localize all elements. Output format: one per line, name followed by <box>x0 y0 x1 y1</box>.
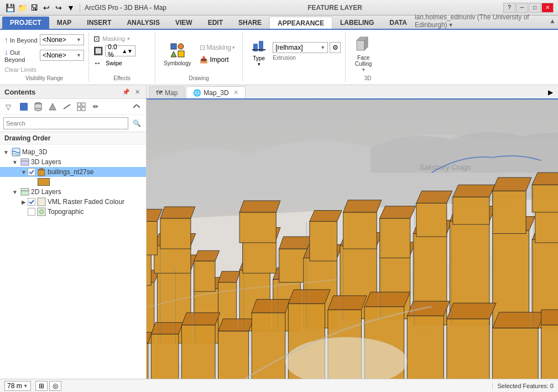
tree-item-3dlayers[interactable]: ▼ 3D Layers <box>0 157 146 167</box>
minimize-button[interactable]: ─ <box>516 3 528 13</box>
edit-btn[interactable]: ✏ <box>90 101 102 113</box>
extrusion-field-dropdown[interactable]: [relhmax] ▼ <box>273 42 328 53</box>
collapse-btn[interactable] <box>131 101 143 113</box>
tree-item-map3d[interactable]: ▼ Map_3D <box>0 147 146 157</box>
polygon-btn[interactable] <box>46 101 59 113</box>
svg-marker-118 <box>492 312 545 328</box>
svg-rect-10 <box>20 103 28 111</box>
line-btn[interactable] <box>61 101 73 113</box>
svg-rect-19 <box>82 107 85 111</box>
tab-labeling[interactable]: LABELING <box>332 17 382 29</box>
tab-map[interactable]: MAP <box>49 17 80 29</box>
face-culling-container: FaceCulling ▾ <box>350 33 385 75</box>
expand-2dlayers[interactable]: ▼ <box>11 188 19 196</box>
import-btn[interactable]: 📥 Import <box>197 54 238 65</box>
help-button[interactable]: ? <box>503 3 515 13</box>
in-beyond-row: ↑ In Beyond <None> ▼ <box>4 34 84 45</box>
tree-item-2dlayers[interactable]: ▼ 2D Layers <box>0 187 146 197</box>
qat-open-btn[interactable]: 📁 <box>17 2 28 13</box>
tab-map-view[interactable]: 🗺 Map <box>149 86 185 98</box>
tab-project[interactable]: PROJECT <box>2 17 49 29</box>
expand-3dlayers[interactable]: ▼ <box>11 158 19 166</box>
masking-btn[interactable]: ⊡ Masking ▾ <box>197 42 238 53</box>
map3d-close-icon[interactable]: ✕ <box>233 89 238 96</box>
grid-btn[interactable] <box>75 101 87 113</box>
extrusion-type-btn[interactable]: Type ▾ <box>247 34 270 68</box>
scale-dropdown[interactable]: 78 m ▼ <box>4 381 31 391</box>
restore-button[interactable]: □ <box>529 3 541 13</box>
svg-point-13 <box>35 108 41 111</box>
search-input[interactable] <box>3 117 128 129</box>
sidebar-pin-btn[interactable]: 📌 <box>122 87 131 96</box>
qat-dropdown-btn[interactable]: ▼ <box>65 2 76 13</box>
in-beyond-label: ↑ In Beyond <box>4 35 38 44</box>
expand-buildings[interactable]: ▼ <box>20 168 28 176</box>
search-bar: 🔍 <box>0 115 146 132</box>
cylinder-btn[interactable] <box>32 101 44 113</box>
tab-view[interactable]: VIEW <box>168 17 200 29</box>
qat-redo-btn[interactable]: ↪ <box>53 2 64 13</box>
svg-rect-6 <box>252 49 265 50</box>
out-beyond-dropdown[interactable]: <None> ▼ <box>40 50 84 61</box>
face-culling-button[interactable]: FaceCulling ▾ <box>350 33 377 75</box>
expand-ribbon-btn[interactable]: ▲ <box>549 17 556 25</box>
main-layout: Contents 📌 ✕ ▽ <box>0 85 558 392</box>
sidebar-close-btn[interactable]: ✕ <box>133 87 142 96</box>
tree-item-buildings[interactable]: ▼ builings_nt27se <box>0 167 146 177</box>
all-layers-btn[interactable] <box>18 101 30 113</box>
tab-edit[interactable]: EDIT <box>200 17 231 29</box>
tab-map3d-view[interactable]: 🌐 Map_3D ✕ <box>186 86 245 98</box>
sidebar-controls: 📌 ✕ <box>122 87 142 96</box>
tree-item-topographic[interactable]: Topographic <box>0 207 146 217</box>
qat-save2-btn[interactable]: 🖫 <box>29 2 40 13</box>
swipe-btn[interactable]: Swipe <box>103 59 124 67</box>
map-area: 🗺 Map 🌐 Map_3D ✕ ▶ <box>147 85 558 392</box>
svg-marker-112 <box>364 292 410 306</box>
filter-row: ▽ ✏ <box>0 99 146 115</box>
vml-label: VML Raster Faded Colour <box>48 198 124 206</box>
location-btn[interactable]: ◎ <box>49 381 61 391</box>
sidebar: Contents 📌 ✕ ▽ <box>0 85 147 392</box>
svg-marker-64 <box>239 201 280 212</box>
3dlayers-label: 3D Layers <box>31 158 61 166</box>
tree-item-vml[interactable]: ▶ VML Raster Faded Colour <box>0 197 146 207</box>
qat-save-btn[interactable]: 💾 <box>4 2 15 13</box>
tab-analysis[interactable]: ANALYSIS <box>119 17 168 29</box>
map3d-tab-label: Map_3D <box>204 89 228 97</box>
svg-rect-27 <box>38 198 45 206</box>
3dlayers-icon <box>20 158 30 166</box>
svg-rect-22 <box>21 159 29 161</box>
expand-vml[interactable]: ▶ <box>20 198 28 206</box>
filter-icon[interactable]: ▽ <box>3 102 13 112</box>
percentage-row: 🔲 0.0 % ▲▼ <box>93 45 150 56</box>
svg-marker-54 <box>160 207 195 218</box>
close-button[interactable]: ✕ <box>541 3 554 13</box>
threed-label: 3D <box>350 75 385 81</box>
in-beyond-dropdown[interactable]: <None> ▼ <box>40 34 84 45</box>
svg-rect-51 <box>147 221 157 255</box>
tab-data[interactable]: DATA <box>382 17 415 29</box>
bookmark-btn[interactable]: ⊞ <box>35 381 48 391</box>
tab-appearance[interactable]: APPEARANCE <box>269 17 332 29</box>
buildings-checkbox[interactable] <box>28 168 35 176</box>
scale-dropdown-arrow: ▼ <box>23 383 28 389</box>
transparency-input[interactable]: 0.0 % ▲▼ <box>105 45 135 56</box>
extrusion-field-settings[interactable]: ⚙ <box>330 42 341 53</box>
tab-insert[interactable]: INSERT <box>79 17 119 29</box>
vml-checkbox[interactable] <box>28 198 35 206</box>
expand-map3d[interactable]: ▼ <box>2 148 10 156</box>
out-beyond-row: ↓ Out Beyond <None> ▼ <box>4 48 84 63</box>
user-info[interactable]: ian.holmes_edinuniv (The University of E… <box>415 13 545 29</box>
color-swatch[interactable] <box>38 178 50 186</box>
search-button[interactable]: 🔍 <box>131 117 143 129</box>
symbology-button[interactable]: Symbology <box>160 39 195 69</box>
tree-content: ▼ Map_3D ▼ <box>0 145 146 392</box>
tab-overflow-btn[interactable]: ▶ <box>545 86 556 98</box>
map-canvas[interactable]: Salisbury Crags South side <box>147 100 558 392</box>
qat-undo-btn[interactable]: ↩ <box>41 2 52 13</box>
tab-share[interactable]: SHARE <box>231 17 269 29</box>
extrusion-label: Extrusion <box>273 55 341 61</box>
topographic-checkbox[interactable] <box>28 208 35 216</box>
tree-item-swatch <box>0 177 146 187</box>
map-tab-label: Map <box>165 89 178 97</box>
